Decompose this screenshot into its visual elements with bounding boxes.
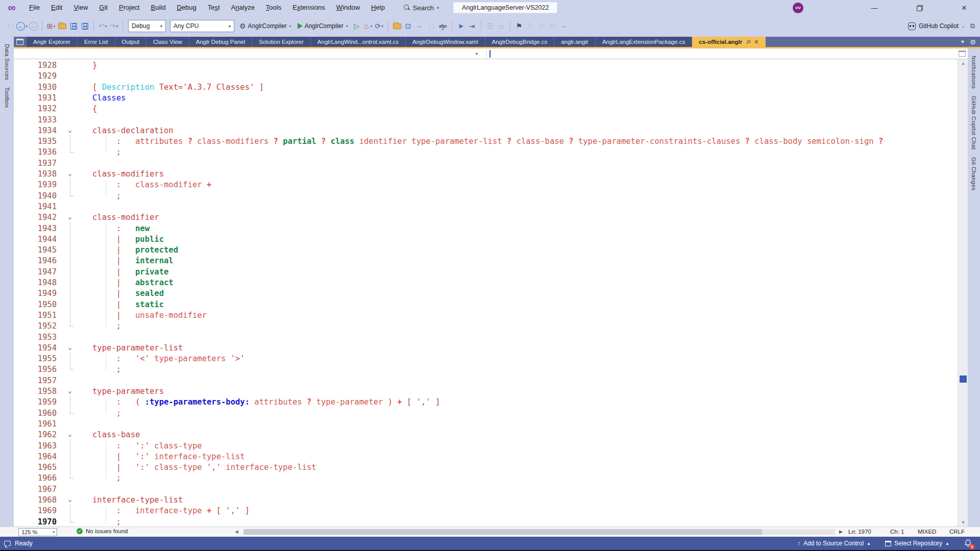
code-line[interactable]: 1965 | ':' class-type ',' interface-type… [14,462,958,473]
start-debug-button[interactable]: AnglrCompiler▾ [295,19,351,33]
code-line[interactable]: 1970 ; [14,517,958,527]
add-to-source-control-button[interactable]: ↑ Add to Source Control ▲ [797,540,871,547]
code-line[interactable]: 1940 ; [14,191,958,202]
scroll-down-icon[interactable]: ▼ [958,518,968,527]
notifications-bell-button[interactable]: 1 [964,539,973,548]
code-line[interactable]: 1928 } [14,60,958,71]
tab-anglr-anglr[interactable]: anglr.anglr [554,37,595,47]
fold-collapse-icon[interactable]: ⌄ [65,343,75,354]
indent-button[interactable]: ⇥ [467,19,478,33]
tab-anglrlangextensionpackage-cs[interactable]: AnglrLangExtensionPackage.cs [596,37,692,47]
code-line[interactable]: 1936 ; [14,147,958,158]
find-in-files-button[interactable] [391,19,403,33]
tab-output[interactable]: Output [115,37,146,47]
tab-list-dropdown-icon[interactable]: ▼ [960,39,965,44]
code-line[interactable]: 1948 | abstract [14,278,958,289]
platform-dropdown[interactable]: Any CPU▾ [170,20,234,32]
compiler-profile-dropdown[interactable]: ⚙AnglrCompiler▾ [236,19,295,33]
code-line[interactable]: 1934 class-declaration [14,126,958,137]
right-rail-tab-git-changes[interactable]: Git Changes [971,157,977,191]
code-line[interactable]: 1935 : attributes ? class-modifiers ? pa… [14,136,958,147]
char-indicator[interactable]: Ch: 1 [890,529,904,535]
code-line[interactable]: 1961 [14,419,958,430]
feedback-icon[interactable] [4,541,11,546]
menu-debug[interactable]: Debug [171,0,202,15]
code-line[interactable]: 1933 [14,115,958,126]
comment-lines-button[interactable]: ☰ [484,19,496,33]
find-in-window-button[interactable]: ⊡ [403,19,414,33]
code-line[interactable]: 1954 type-parameter-list [14,343,958,354]
save-all-button[interactable] [79,19,90,33]
overflow-dash[interactable]: – [414,19,425,33]
fold-collapse-icon[interactable]: ⌄ [65,386,75,397]
tab-active-cs-official-anglr[interactable]: cs-official.anglr⚲✕ [692,37,765,47]
code-line[interactable]: 1939 : class-modifier + [14,180,958,191]
tab-solution-explorer[interactable]: Solution Explorer [252,37,310,47]
nav-dropdown-chevron-icon[interactable]: ▾ [476,52,478,56]
tab-class-view[interactable]: Class View [146,37,189,47]
user-avatar[interactable]: VV [793,3,803,13]
code-line[interactable]: 1930 [ Description Text='A.3.7 Classes' … [14,82,958,93]
right-rail-tab-notifications[interactable]: Notifications [971,56,977,89]
next-bookmark-button[interactable]: ⚐ [536,19,547,33]
tab-anglr-debug-panel[interactable]: Anglr Debug Panel [189,37,252,47]
tab-error-list[interactable]: Error List [78,37,115,47]
code-line[interactable]: 1950 | static [14,299,958,311]
code-line[interactable]: 1955 : '<' type-parameters '>' [14,354,958,365]
menu-file[interactable]: File [23,0,45,15]
code-line[interactable]: 1929 [14,71,958,82]
restore-button[interactable] [908,0,931,15]
menu-build[interactable]: Build [145,0,171,15]
redo-button[interactable]: ↷▾ [108,19,119,33]
code-line[interactable]: 1956 ; [14,364,958,375]
code-line[interactable]: 1968 interface-type-list [14,495,958,506]
code-line[interactable]: 1944 | public [14,234,958,245]
overflow-dash-2[interactable]: – [558,19,570,33]
document-health-indicator[interactable]: ✓ No issues found [77,528,128,534]
code-line[interactable]: 1959 : ( :type-parameters-body: attribut… [14,397,958,408]
code-line[interactable]: 1963 : ':' class-type [14,441,958,452]
split-window-icon[interactable] [959,51,966,57]
menu-window[interactable]: Window [331,0,365,15]
save-button[interactable] [68,19,79,33]
fold-collapse-icon[interactable]: ⌄ [65,126,75,136]
code-line[interactable]: 1949 | sealed [14,288,958,299]
code-line[interactable]: 1938 class-modifiers [14,169,958,180]
close-tab-icon[interactable]: ✕ [754,39,758,45]
spell-check-button[interactable]: abc✓ [437,19,449,33]
fold-collapse-icon[interactable]: ⌄ [65,430,75,440]
code-line[interactable]: 1946 | internal [14,256,958,267]
navigate-forward-button[interactable]: → [28,19,39,33]
toolbar-grip-2[interactable]: ⋮⋮ [427,23,435,29]
tab-anglrdebugbridge-cs[interactable]: AnglrDebugBridge.cs [485,37,554,47]
menu-extensions[interactable]: Extensions [287,0,331,15]
right-rail-tab-github-copilot-chat[interactable]: GitHub Copilot Chat [971,96,977,149]
fold-collapse-icon[interactable]: ⌄ [65,495,75,506]
scrollbar-thumb[interactable] [960,375,967,383]
left-rail-tab-data-sources[interactable]: Data Sources [4,44,10,80]
menu-git[interactable]: Git [93,0,113,15]
tab-options-gear-icon[interactable]: ⚙ [970,38,976,46]
menu-test[interactable]: Test [202,0,226,15]
code-line[interactable]: 1962 class-base [14,430,958,441]
code-line[interactable]: 1943 : new [14,223,958,235]
close-button[interactable]: ✕ [952,0,976,15]
code-line[interactable]: 1960 ; [14,408,958,419]
code-line[interactable]: 1937 [14,158,958,169]
code-line[interactable]: 1969 : interface-type + [ ',' ] [14,506,958,517]
navigate-pointer-button[interactable]: ➤ [455,19,467,33]
hot-reload-button[interactable]: ♨▾ [362,19,374,33]
encoding-indicator[interactable]: MIXED [918,529,936,535]
copilot-zone[interactable]: GitHub Copilot ⌄ ⧉ [908,15,975,37]
hscroll-thumb[interactable] [244,529,762,535]
code-line[interactable]: 1931 Classes [14,93,958,104]
pin-icon[interactable]: ⚲ [745,38,752,46]
toggle-bookmark-button[interactable]: ⚑ [513,19,525,33]
configuration-dropdown[interactable]: Debug▾ [128,20,166,32]
menu-analyze[interactable]: Analyze [226,0,260,15]
search-control[interactable]: Search ▾ [404,4,439,12]
vertical-scrollbar[interactable]: ▲ ▼ [958,59,968,527]
select-repository-button[interactable]: Select Repository ▲ [885,540,949,547]
hscroll-left-icon[interactable]: ◀ [235,529,238,534]
toolbar-grip[interactable]: ⋮⋮ [6,23,14,29]
